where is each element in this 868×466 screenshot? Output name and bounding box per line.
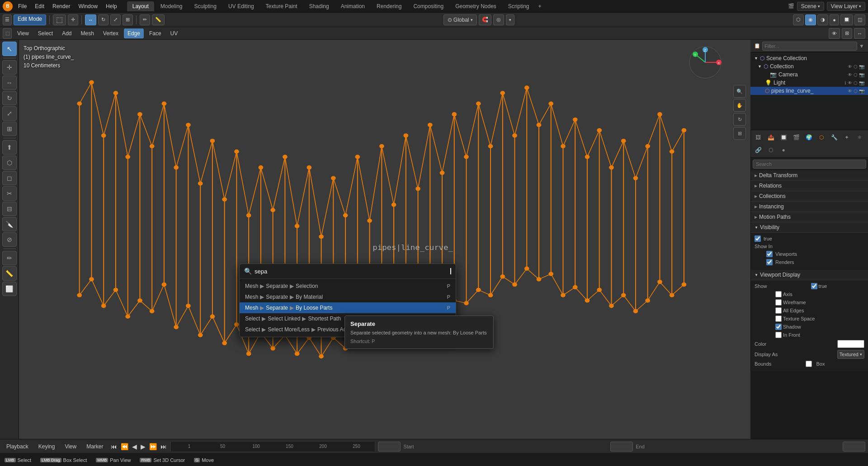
shadow-checkbox[interactable] xyxy=(775,324,782,330)
tool-add-cube[interactable]: ⬜ xyxy=(2,282,17,296)
tab-layout[interactable]: Layout xyxy=(127,1,154,11)
menu-help[interactable]: Help xyxy=(103,2,120,10)
props-search-input[interactable] xyxy=(753,160,866,169)
pipes-render[interactable]: 📷 xyxy=(859,89,864,94)
transform-tool-btn[interactable]: ⊞ xyxy=(123,14,133,25)
motion-paths-header[interactable]: ▶ Motion Paths xyxy=(751,212,868,222)
play-back-btn[interactable]: ◀ xyxy=(131,442,138,451)
tree-collection[interactable]: ▼ ⬡ Collection 👁 ⬡ 📷 xyxy=(750,62,868,71)
camera-render[interactable]: 📷 xyxy=(859,72,864,77)
mode-switcher-icon[interactable]: ☰ xyxy=(3,14,12,25)
pipes-viewport[interactable]: ⬡ xyxy=(854,89,858,94)
face-menu[interactable]: Face xyxy=(146,28,165,38)
viewport-shading-wire[interactable]: ⬡ xyxy=(793,14,804,25)
uv-menu[interactable]: UV xyxy=(167,28,182,38)
tool-extrude[interactable]: ⬆ xyxy=(2,140,17,155)
light-visibility[interactable]: 👁 xyxy=(848,80,852,85)
renders-checkbox[interactable] xyxy=(766,259,773,265)
viewport-pan[interactable]: ✋ xyxy=(733,99,746,112)
selectable-checkbox[interactable] xyxy=(755,235,761,242)
visibility-header[interactable]: ▼ Visibility xyxy=(751,222,868,233)
visibility-toggle[interactable]: 👁 xyxy=(848,64,852,69)
props-icon-data[interactable]: ⬡ xyxy=(764,144,777,156)
view-menu[interactable]: View xyxy=(14,28,33,38)
wireframe-checkbox[interactable] xyxy=(775,299,782,306)
tool-cursor[interactable]: ✛ xyxy=(2,60,17,75)
props-icon-output[interactable]: 📤 xyxy=(764,131,777,144)
props-icon-particles[interactable]: ✦ xyxy=(840,131,853,144)
tool-inset[interactable]: ⬡ xyxy=(2,155,17,170)
tab-compositing[interactable]: Compositing xyxy=(408,1,449,11)
playback-menu[interactable]: Playback xyxy=(3,441,32,452)
tool-rotate[interactable]: ↻ xyxy=(2,91,17,105)
annotate-btn[interactable]: ✏ xyxy=(140,14,150,25)
search-result-1[interactable]: Mesh ▶ Separate ▶ By Material P xyxy=(240,292,456,302)
mesh-menu[interactable]: Mesh xyxy=(77,28,98,38)
scale-tool-btn[interactable]: ⤢ xyxy=(110,14,121,25)
navigation-gizmo[interactable]: X Y Z xyxy=(687,44,723,82)
instancing-header[interactable]: ▶ Instancing xyxy=(751,202,868,212)
tool-select[interactable]: ↖ xyxy=(2,42,17,56)
viewports-checkbox[interactable] xyxy=(766,251,773,257)
viewport-shading-material[interactable]: ◑ xyxy=(817,14,828,25)
jump-start-btn[interactable]: ⏮ xyxy=(110,442,118,451)
pivot-selector[interactable]: ⊙ Global ▾ xyxy=(443,14,477,25)
tab-texture-paint[interactable]: Texture Paint xyxy=(260,1,303,11)
search-result-0[interactable]: Mesh ▶ Separate ▶ Selection P xyxy=(240,281,456,292)
viewport-orthographic[interactable]: ⊞ xyxy=(733,127,746,140)
collections-header[interactable]: ▶ Collections xyxy=(751,191,868,202)
tool-bisect[interactable]: ⊘ xyxy=(2,232,17,247)
camera-viewport[interactable]: ⬡ xyxy=(854,72,858,77)
tool-measure[interactable]: 📏 xyxy=(2,266,17,281)
proportional-edit-btn[interactable]: ◎ xyxy=(493,14,504,25)
current-frame-input[interactable]: 1 xyxy=(378,442,401,452)
pipes-visibility[interactable]: 👁 xyxy=(848,89,852,94)
relations-header[interactable]: ▶ Relations xyxy=(751,181,868,191)
tool-move[interactable]: ↔ xyxy=(2,75,17,90)
tab-geometry-nodes[interactable]: Geometry Nodes xyxy=(450,1,502,11)
axis-checkbox[interactable] xyxy=(775,291,782,297)
xray-btn[interactable]: ◫ xyxy=(854,14,865,25)
props-icon-modifiers[interactable]: 🔧 xyxy=(828,131,840,144)
mode-selector[interactable]: Edit Mode xyxy=(14,14,46,25)
keying-menu[interactable]: Keying xyxy=(35,441,59,452)
viewport[interactable]: Top Orthographic (1) pipes line_curve_ 1… xyxy=(19,40,750,439)
select-box-btn[interactable]: ⬚ xyxy=(53,14,66,25)
props-icon-object[interactable]: ⬡ xyxy=(815,131,828,144)
light-viewport[interactable]: ⬡ xyxy=(854,80,858,85)
bounds-checkbox[interactable] xyxy=(806,361,812,367)
view-menu[interactable]: View xyxy=(61,441,80,452)
tool-offset-edge[interactable]: ⊟ xyxy=(2,202,17,216)
texture-space-checkbox[interactable] xyxy=(775,315,782,322)
tree-pipes-object[interactable]: ⬡ pipes line_curve_ 👁 ⬡ 📷 xyxy=(750,87,868,95)
blender-logo[interactable]: B xyxy=(3,1,13,11)
overlay-btn[interactable]: 🔲 xyxy=(840,14,853,25)
menu-window[interactable]: Window xyxy=(75,2,100,10)
tool-transform[interactable]: ⊞ xyxy=(2,122,17,136)
tree-light[interactable]: 💡 Light ℹ 👁 ⬡ 📷 xyxy=(750,79,868,87)
tab-rendering[interactable]: Rendering xyxy=(371,1,407,11)
select-menu[interactable]: Select xyxy=(34,28,57,38)
end-frame-input[interactable]: 250 xyxy=(843,442,865,452)
tool-knife[interactable]: 🔪 xyxy=(2,217,17,231)
add-workspace-button[interactable]: + xyxy=(536,2,544,10)
restrict-viewport[interactable]: ⬡ xyxy=(854,64,858,69)
tab-animation[interactable]: Animation xyxy=(335,1,370,11)
tab-shading[interactable]: Shading xyxy=(304,1,335,11)
tab-uv-editing[interactable]: UV Editing xyxy=(223,1,259,11)
move-tool-btn[interactable]: ↔ xyxy=(85,14,96,25)
delta-transform-header[interactable]: ▶ Delta Transform xyxy=(751,170,868,181)
edge-menu[interactable]: Edge xyxy=(124,28,144,38)
search-input[interactable] xyxy=(255,268,448,275)
menu-edit[interactable]: Edit xyxy=(32,2,47,10)
search-result-2[interactable]: Mesh ▶ Separate ▶ By Loose Parts P xyxy=(240,302,456,313)
overlay-options[interactable]: ⊞ xyxy=(842,28,852,39)
measure-btn[interactable]: 📏 xyxy=(152,14,165,25)
tool-bevel[interactable]: ◻ xyxy=(2,171,17,185)
rotate-tool-btn[interactable]: ↻ xyxy=(98,14,108,25)
viewport-shading-render[interactable]: ● xyxy=(830,14,839,25)
viewport-display-header[interactable]: ▼ Viewport Display xyxy=(751,270,868,280)
tool-scale[interactable]: ⤢ xyxy=(2,106,17,121)
gizmo-options[interactable]: ↔ xyxy=(854,28,865,39)
next-keyframe-btn[interactable]: ⏩ xyxy=(148,442,158,451)
